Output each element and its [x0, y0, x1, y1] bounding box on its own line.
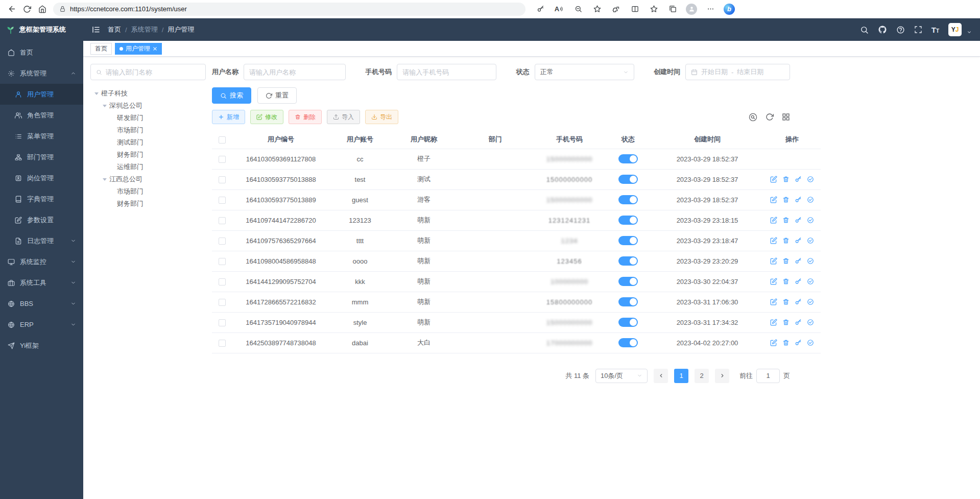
tree-node-branch[interactable]: 江西总公司 [90, 173, 206, 185]
table-row[interactable]: 1642503897748738048 dabai 大白 17000000000… [212, 332, 821, 353]
import-button[interactable]: 导入 [327, 110, 360, 124]
tree-node-dept[interactable]: 研发部门 [90, 112, 206, 124]
reset-password-icon[interactable] [795, 339, 802, 346]
browser-settings-button[interactable] [703, 2, 718, 16]
delete-user-icon[interactable] [782, 278, 790, 285]
sidebar-item-tools[interactable]: 系统工具 [0, 272, 83, 293]
caret-down-icon[interactable] [94, 92, 99, 95]
tab-close-icon[interactable] [153, 46, 157, 51]
table-row[interactable]: 1641097576365297664 tttt 萌新 1234 2023-03… [212, 230, 821, 251]
toggle-search-button[interactable] [749, 113, 757, 122]
table-row[interactable]: 1641097441472286720 123123 萌新 1231241231… [212, 210, 821, 230]
table-row[interactable]: 1641441299095752704 kkk 萌新 100000000 202… [212, 271, 821, 292]
edit-user-icon[interactable] [770, 176, 777, 183]
delete-user-icon[interactable] [782, 298, 790, 305]
row-checkbox[interactable] [219, 340, 226, 347]
assign-role-icon[interactable] [807, 257, 814, 265]
sidebar-item-bbs[interactable]: BBS [0, 293, 83, 314]
row-checkbox[interactable] [219, 278, 226, 286]
tree-node-dept[interactable]: 运维部门 [90, 161, 206, 173]
address-bar[interactable]: https://ccnetcore.com:1101/system/user [53, 3, 525, 16]
assign-role-icon[interactable] [807, 339, 814, 346]
browser-refresh-button[interactable] [19, 2, 35, 16]
add-favorite-button[interactable] [589, 2, 605, 16]
delete-user-icon[interactable] [782, 217, 790, 224]
copilot-button[interactable]: b [722, 2, 737, 16]
zoom-button[interactable] [570, 2, 586, 16]
status-toggle[interactable] [618, 338, 638, 347]
phone-field[interactable] [397, 64, 496, 80]
delete-button[interactable]: 删除 [289, 110, 322, 124]
sidebar-item-home[interactable]: 首页 [0, 42, 83, 63]
date-range-picker[interactable]: 开始日期 - 结束日期 [685, 64, 790, 80]
split-screen-button[interactable] [627, 2, 642, 16]
sidebar-item-yi-framework[interactable]: Yi框架 [0, 335, 83, 356]
help-button[interactable] [896, 26, 905, 34]
assign-role-icon[interactable] [807, 196, 814, 203]
delete-user-icon[interactable] [782, 257, 790, 265]
reset-button[interactable]: 重置 [257, 87, 297, 104]
tree-node-dept[interactable]: 市场部门 [90, 185, 206, 198]
sidebar-item-param-settings[interactable]: 参数设置 [0, 209, 83, 230]
caret-down-icon[interactable] [103, 178, 107, 181]
assign-role-icon[interactable] [807, 278, 814, 285]
tree-node-dept[interactable]: 财务部门 [90, 198, 206, 210]
browser-back-button[interactable] [4, 2, 19, 16]
add-button[interactable]: 新增 [212, 110, 245, 124]
delete-user-icon[interactable] [782, 176, 790, 183]
search-button[interactable]: 搜索 [212, 87, 251, 104]
table-row[interactable]: 1641030593775013888 test 测试 15000000000 … [212, 169, 821, 189]
edit-user-icon[interactable] [770, 257, 777, 265]
refresh-table-button[interactable] [766, 113, 774, 121]
status-toggle[interactable] [618, 175, 638, 184]
header-search-button[interactable] [860, 26, 869, 34]
tree-node-dept[interactable]: 财务部门 [90, 149, 206, 161]
browser-home-button[interactable] [35, 2, 50, 16]
sidebar-item-log-mgmt[interactable]: 日志管理 [0, 230, 83, 251]
row-checkbox[interactable] [219, 319, 226, 326]
assign-role-icon[interactable] [807, 176, 814, 183]
prev-page-button[interactable] [654, 369, 668, 383]
favorites-bar-button[interactable] [646, 2, 661, 16]
row-checkbox[interactable] [219, 299, 226, 306]
tab-home[interactable]: 首页 [90, 43, 112, 55]
github-button[interactable] [878, 25, 887, 34]
status-select[interactable]: 正常 [535, 64, 634, 80]
collections-button[interactable] [665, 2, 680, 16]
status-toggle[interactable] [618, 236, 638, 245]
delete-user-icon[interactable] [782, 196, 790, 203]
assign-role-icon[interactable] [807, 237, 814, 244]
reset-password-icon[interactable] [795, 176, 802, 183]
next-page-button[interactable] [715, 369, 729, 383]
edit-user-icon[interactable] [770, 319, 777, 326]
browser-key-button[interactable] [533, 2, 548, 16]
sidebar-item-dept-mgmt[interactable]: 部门管理 [0, 147, 83, 168]
table-row[interactable]: 1641728665572216832 mmm 萌新 15800000000 2… [212, 292, 821, 312]
reset-password-icon[interactable] [795, 237, 802, 244]
sidebar-toggle-button[interactable] [91, 25, 101, 34]
row-checkbox[interactable] [219, 176, 226, 183]
username-field[interactable] [244, 64, 346, 80]
sidebar-item-menu-mgmt[interactable]: 菜单管理 [0, 126, 83, 147]
sidebar-item-monitor[interactable]: 系统监控 [0, 251, 83, 272]
reset-password-icon[interactable] [795, 217, 802, 224]
reset-password-icon[interactable] [795, 257, 802, 265]
sidebar-item-role-mgmt[interactable]: 角色管理 [0, 105, 83, 126]
status-toggle[interactable] [618, 277, 638, 286]
goto-page-input[interactable] [756, 369, 780, 383]
edit-user-icon[interactable] [770, 278, 777, 285]
delete-user-icon[interactable] [782, 339, 790, 346]
edit-user-icon[interactable] [770, 298, 777, 305]
tree-node-company[interactable]: 橙子科技 [90, 87, 206, 100]
row-checkbox[interactable] [219, 217, 226, 224]
phone-input[interactable] [402, 68, 491, 76]
row-checkbox[interactable] [219, 197, 226, 204]
status-toggle[interactable] [618, 216, 638, 225]
select-all-checkbox[interactable] [219, 136, 226, 144]
table-row[interactable]: 1641030593691127808 cc 橙子 15000000000 20… [212, 149, 821, 169]
tree-node-dept[interactable]: 市场部门 [90, 124, 206, 136]
tree-node-branch[interactable]: 深圳总公司 [90, 100, 206, 112]
edit-user-icon[interactable] [770, 196, 777, 203]
username-input[interactable] [249, 68, 340, 76]
column-settings-button[interactable] [782, 113, 790, 121]
